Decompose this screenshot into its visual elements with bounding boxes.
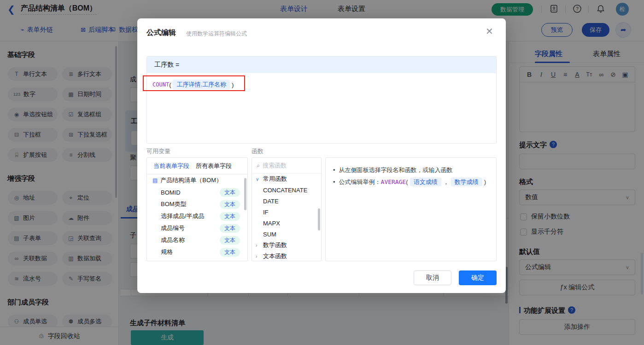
variable-row[interactable]: 规格文本 <box>147 246 247 258</box>
cancel-button[interactable]: 取消 <box>414 270 451 285</box>
chevron-collapsed-icon: › <box>256 243 260 248</box>
functions-scrollbar[interactable] <box>318 208 320 230</box>
functions-panel: ⌕ ∨常用函数 CONCATENATE DATE IF MAPX SUM ›数学… <box>252 157 322 261</box>
function-item[interactable]: CONCATENATE <box>252 184 321 196</box>
hints-panel: •从左侧面板选择字段名和函数，或输入函数 •公式编辑举例：AVERAGE(语文成… <box>325 157 497 261</box>
screen: ❮ 产品结构清单（BOM） 表单设计 表单设置 数据管理 ? 检 ⌁表单外链 ⊠… <box>0 0 644 345</box>
bullet-icon: • <box>333 167 335 173</box>
function-group-text[interactable]: ›文本函数 <box>252 251 321 261</box>
type-badge: 文本 <box>220 212 240 221</box>
variables-label: 可用变量 <box>146 147 170 155</box>
function-search-input[interactable] <box>263 162 309 169</box>
variables-scrollbar[interactable] <box>244 178 246 210</box>
example-field-token: 数学成绩 <box>451 178 482 186</box>
formula-editor-modal: 公式编辑 使用数学运算符编辑公式 ✕ 工序数 = COUNT(工序详情.工序名称… <box>137 18 506 293</box>
formula-target-bar: 工序数 = <box>147 57 496 73</box>
chevron-collapsed-icon: › <box>256 254 260 259</box>
chevron-expanded-icon: ∨ <box>256 177 260 182</box>
function-item[interactable]: DATE <box>252 196 321 207</box>
variables-root[interactable]: ▤产品结构清单（BOM） <box>147 174 247 186</box>
tab-current-form-fields[interactable]: 当前表单字段 <box>153 162 189 170</box>
window-scrollbar[interactable] <box>641 253 643 294</box>
modal-title: 公式编辑 <box>146 28 176 38</box>
function-search[interactable]: ⌕ <box>252 158 321 173</box>
close-icon[interactable]: ✕ <box>486 26 493 37</box>
function-item[interactable]: IF <box>252 207 321 218</box>
type-badge: 文本 <box>220 188 240 197</box>
type-badge: 文本 <box>220 236 240 245</box>
modal-subtitle: 使用数学运算符编辑公式 <box>186 30 247 38</box>
function-item[interactable]: SUM <box>252 229 321 240</box>
function-group-math[interactable]: ›数学函数 <box>252 240 321 251</box>
function-item[interactable]: MAPX <box>252 218 321 229</box>
type-badge: 文本 <box>220 224 240 233</box>
search-icon: ⌕ <box>257 162 260 169</box>
variables-panel: 当前表单字段 所有表单字段 ▤产品结构清单（BOM） BOMID文本 BOM类型… <box>146 157 248 261</box>
formula-editor-box[interactable]: 工序数 = COUNT(工序详情.工序名称) <box>146 56 497 144</box>
confirm-button[interactable]: 确定 <box>459 270 497 285</box>
variable-row[interactable]: BOM类型文本 <box>147 198 247 210</box>
functions-label: 函数 <box>252 147 263 155</box>
variable-row[interactable]: 成品编号文本 <box>147 222 247 234</box>
variable-row[interactable]: 选择成品/半成品文本 <box>147 210 247 222</box>
hint-line-1: •从左侧面板选择字段名和函数，或输入函数 <box>333 164 489 176</box>
bullet-icon: • <box>333 178 335 185</box>
variable-row[interactable]: 成品名称文本 <box>147 234 247 246</box>
hint-line-2: •公式编辑举例：AVERAGE(语文成绩，数学成绩) <box>333 176 489 188</box>
example-field-token: 语文成绩 <box>410 178 441 186</box>
example-function-keyword: AVERAGE <box>381 178 406 185</box>
type-badge: 文本 <box>220 248 240 257</box>
annotation-red-box <box>143 75 245 91</box>
function-group-common[interactable]: ∨常用函数 <box>252 173 321 184</box>
variables-tabs: 当前表单字段 所有表单字段 <box>147 158 247 174</box>
type-badge: 文本 <box>220 200 240 209</box>
tab-all-form-fields[interactable]: 所有表单字段 <box>196 162 232 170</box>
variable-row[interactable]: BOMID文本 <box>147 186 247 198</box>
document-icon: ▤ <box>152 177 158 184</box>
